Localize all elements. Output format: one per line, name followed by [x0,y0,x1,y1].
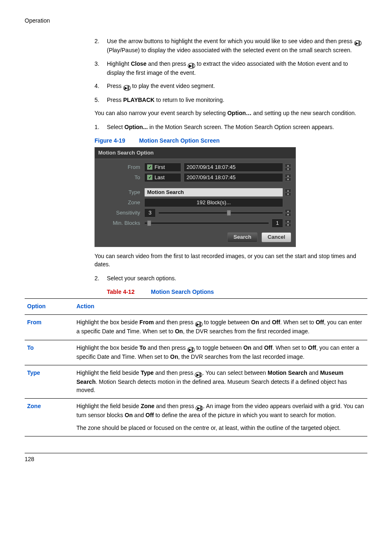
table-row: From Highlight the box beside From and t… [25,315,367,340]
table-row: To Highlight the box beside To and then … [25,340,367,365]
step-2: 2. Use the arrow buttons to highlight th… [25,37,367,54]
bold: Off [272,319,280,325]
step-number: 2. [95,37,107,54]
text: 2007/09/14 18:07:45 [187,164,235,171]
spinner-icon[interactable]: ▲▼ [285,174,291,181]
from-date-field[interactable]: 2007/09/14 18:07:45 [184,163,283,172]
from-check-field[interactable]: ✓ First [144,163,181,172]
sensitivity-row: Sensitivity 3 ▲▼ [99,208,291,217]
bold: Close [131,60,146,67]
bold: Option… [227,110,251,116]
text: and then press [154,403,196,409]
step-4: 4. Press ▶ǁ to play the event video segm… [25,82,367,91]
figure-title: Motion Search Option Screen [139,137,220,144]
type-row: Type Motion Search ▲▼ [99,188,291,197]
step-text: Press ▶ǁ to play the event video segment… [107,82,367,91]
step-c2: 2. Select your search options. [25,274,367,282]
dialog-buttons: Search Cancel [99,229,291,242]
bold: Zone [141,403,154,409]
sensitivity-slider[interactable] [158,212,283,214]
section-header: Operation [25,16,367,25]
step-text: Select your search options. [107,274,367,282]
minblocks-field[interactable]: 1 [272,219,283,228]
text: Select [107,124,125,130]
play-pause-icon: ▶ǁ [354,40,362,46]
text: 192 Block(s)... [196,199,231,207]
motion-search-option-dialog: Motion Search Option From ✓ First 2007/0… [95,147,296,247]
bold: Off [316,319,324,325]
text: and setting up the new search condition. [253,110,356,116]
play-pause-icon: ▶ǁ [195,321,203,327]
zone-row: Zone 192 Block(s)... ▲▼ [99,198,291,207]
text: and [259,319,272,325]
text: Last [154,174,165,182]
play-pause-icon: ▶ǁ [187,347,195,353]
page-number: 128 [25,453,367,463]
text: and [307,369,320,376]
text: and then press [146,344,187,351]
search-button[interactable]: Search [227,232,257,242]
text: and [251,344,264,351]
spinner-icon[interactable]: ▲▼ [285,164,291,171]
minblocks-slider[interactable] [144,222,269,224]
text: 1 [276,219,279,227]
figure-caption: Figure 4-19 Motion Search Option Screen [25,136,367,145]
col-action-header: Action [74,298,367,314]
bold: On [251,319,259,325]
play-pause-icon: ▶ǁ [196,405,203,411]
check-icon: ✓ [147,175,152,180]
zone-field[interactable]: 192 Block(s)... [144,198,283,207]
play-pause-icon: ▶ǁ [195,372,202,378]
spinner-icon[interactable]: ▲▼ [285,209,291,217]
text: in the Motion Search screen. The Motion … [149,124,334,130]
bold: To [139,344,146,351]
bold: Type [141,369,154,376]
bold: Motion Search [267,369,307,376]
cancel-button[interactable]: Cancel [261,232,291,242]
text: Highlight the box beside [76,319,139,325]
step-5: 5. Press PLAYBACK to return to live moni… [25,96,367,104]
text: First [154,164,165,171]
spinner-icon[interactable]: ▲▼ [285,189,291,196]
bold: On [175,328,183,335]
intro-paragraph: You can also narrow your event search by… [25,109,367,117]
type-field[interactable]: Motion Search [144,188,283,197]
dialog-title: Motion Search Option [95,148,295,159]
figure-label: Figure 4-19 [95,137,125,144]
option-action: Highlight the field beside Zone and then… [74,399,367,436]
option-name: Zone [25,399,74,436]
step-text: Press PLAYBACK to return to live monitor… [107,96,367,104]
step-number: 5. [95,96,107,104]
text: . When set to [280,319,316,325]
text: Highlight the box beside [76,344,139,351]
bold: Off [264,344,272,351]
text: , the DVR searches from the first record… [183,328,309,335]
spinner-icon[interactable]: ▲▼ [285,219,291,227]
zone-label: Zone [99,199,144,207]
step-number: 4. [95,82,107,91]
bold: From [139,319,154,325]
text: and then press [148,60,188,67]
sensitivity-field[interactable]: 3 [144,208,156,217]
to-check-field[interactable]: ✓ Last [144,173,181,182]
text: and [133,412,145,418]
zone-subtext: The zone should be placed or focused on … [76,424,365,432]
text: to play the event video segment. [132,83,215,89]
check-icon: ✓ [147,164,152,170]
text: Highlight the field beside [76,403,141,409]
text: 2007/09/14 18:07:45 [187,174,235,182]
step-b1: 1. Select Option... in the Motion Search… [25,123,367,131]
to-date-field[interactable]: 2007/09/14 18:07:45 [184,173,283,182]
text: Motion Search [147,189,184,196]
text: Press [107,97,123,103]
text: , the DVR searches from the last recorde… [178,353,304,360]
table-label: Table 4-12 [107,289,134,295]
bold: Off [145,412,154,418]
step-3: 3. Highlight Close and then press ▶ǁ to … [25,60,367,77]
bold: On [243,344,251,351]
table-title: Motion Search Options [151,289,214,295]
step-number: 3. [95,60,107,77]
from-label: From [99,164,144,171]
minblocks-label: Min. Blocks [99,219,144,227]
step-number: 1. [95,123,107,131]
